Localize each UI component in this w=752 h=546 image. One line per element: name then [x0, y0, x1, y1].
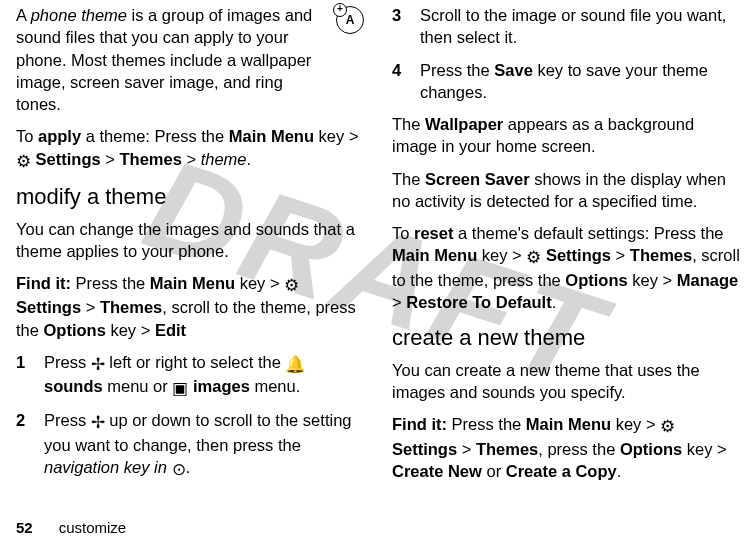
options-key: Options: [565, 271, 627, 289]
main-menu-key: Main Menu: [150, 274, 235, 292]
text: To: [392, 224, 414, 242]
text: left or right to select the: [105, 353, 286, 371]
step-body: Press the Save key to save your theme ch…: [420, 59, 740, 104]
text: Press the: [71, 274, 150, 292]
text: >: [611, 246, 630, 264]
text: >: [182, 150, 201, 168]
save-key: Save: [494, 61, 533, 79]
themes-label: Themes: [100, 298, 162, 316]
images-menu: images: [193, 377, 250, 395]
step-1: 1 Press ✢ left or right to select the 🔔 …: [16, 351, 364, 400]
text: menu or: [103, 377, 173, 395]
create-theme-description: You can create a new theme that uses the…: [392, 359, 740, 404]
settings-icon: ⚙: [284, 274, 299, 296]
text: or: [482, 462, 506, 480]
find-it-label: Find it:: [392, 415, 447, 433]
text: a theme's default settings: Press the: [453, 224, 723, 242]
nav-key-icon: ✢: [91, 411, 105, 433]
image-icon: ▣: [172, 377, 188, 399]
settings-icon: ⚙: [660, 415, 675, 437]
text: a theme: Press the: [81, 127, 229, 145]
center-select-icon: ⊙: [172, 458, 186, 480]
settings-label: Settings: [546, 246, 611, 264]
screensaver-label: Screen Saver: [425, 170, 530, 188]
settings-label: Settings: [36, 150, 101, 168]
themes-label: Themes: [120, 150, 182, 168]
nav-key-icon: ✢: [91, 353, 105, 375]
options-key: Options: [620, 440, 682, 458]
page-number: 52: [16, 519, 33, 536]
step-body: Scroll to the image or sound file you wa…: [420, 4, 740, 49]
main-menu-key: Main Menu: [526, 415, 611, 433]
text: key >: [682, 440, 726, 458]
step-number: 3: [392, 4, 406, 49]
text: >: [101, 150, 120, 168]
text: key >: [611, 415, 660, 433]
reset-paragraph: To reset a theme's default settings: Pre…: [392, 222, 740, 313]
page-content: A phone theme is a group of images and s…: [0, 0, 752, 506]
step-body: Press ✢ left or right to select the 🔔 so…: [44, 351, 364, 400]
text: To: [16, 127, 38, 145]
text: key >: [477, 246, 526, 264]
settings-icon: ⚙: [526, 246, 541, 268]
restore-default-label: Restore To Default: [406, 293, 551, 311]
settings-label: Settings: [16, 298, 81, 316]
step-2: 2 Press ✢ up or down to scroll to the se…: [16, 409, 364, 480]
text: >: [392, 293, 406, 311]
text: >: [81, 298, 100, 316]
text: key >: [106, 321, 155, 339]
text: .: [186, 458, 191, 476]
apply-theme-paragraph: To apply a theme: Press the Main Menu ke…: [16, 125, 364, 172]
find-it-modify: Find it: Press the Main Menu key > ⚙ Set…: [16, 272, 364, 341]
create-copy-label: Create a Copy: [506, 462, 617, 480]
screensaver-paragraph: The Screen Saver shows in the display wh…: [392, 168, 740, 213]
create-theme-heading: create a new theme: [392, 323, 740, 353]
find-it-create: Find it: Press the Main Menu key > ⚙ Set…: [392, 413, 740, 482]
step-number: 2: [16, 409, 30, 480]
text: .: [247, 150, 252, 168]
text: key >: [628, 271, 677, 289]
wallpaper-paragraph: The Wallpaper appears as a background im…: [392, 113, 740, 158]
right-column: 3 Scroll to the image or sound file you …: [392, 4, 740, 506]
settings-label: Settings: [392, 440, 457, 458]
text: Press: [44, 411, 91, 429]
sounds-menu: sounds: [44, 377, 103, 395]
step-number: 1: [16, 351, 30, 400]
manage-label: Manage: [677, 271, 738, 289]
left-column: A phone theme is a group of images and s…: [16, 4, 364, 506]
section-name: customize: [59, 519, 127, 536]
main-menu-key: Main Menu: [229, 127, 314, 145]
intro-paragraph: A phone theme is a group of images and s…: [16, 4, 328, 115]
text: The: [392, 170, 425, 188]
text: .: [552, 293, 557, 311]
text: Press the: [447, 415, 526, 433]
text: >: [457, 440, 476, 458]
text: key >: [235, 274, 284, 292]
text: menu.: [250, 377, 300, 395]
intro-paragraph-row: A phone theme is a group of images and s…: [16, 4, 364, 125]
text: key >: [314, 127, 358, 145]
step-4: 4 Press the Save key to save your theme …: [392, 59, 740, 104]
text: The: [392, 115, 425, 133]
modify-theme-heading: modify a theme: [16, 182, 364, 212]
modify-theme-description: You can change the images and sounds tha…: [16, 218, 364, 263]
reset-word: reset: [414, 224, 453, 242]
wallpaper-label: Wallpaper: [425, 115, 503, 133]
themes-label: Themes: [476, 440, 538, 458]
text: , press the: [538, 440, 620, 458]
settings-icon: ⚙: [16, 150, 31, 172]
text: .: [617, 462, 622, 480]
new-feature-badge-icon: A: [336, 6, 364, 34]
step-number: 4: [392, 59, 406, 104]
text: A: [16, 6, 31, 24]
text: Press: [44, 353, 91, 371]
themes-label: Themes: [630, 246, 692, 264]
options-key: Options: [44, 321, 106, 339]
theme-placeholder: theme: [201, 150, 247, 168]
text: Press the: [420, 61, 494, 79]
step-3: 3 Scroll to the image or sound file you …: [392, 4, 740, 49]
create-new-label: Create New: [392, 462, 482, 480]
phone-theme-term: phone theme: [31, 6, 127, 24]
find-it-label: Find it:: [16, 274, 71, 292]
main-menu-key: Main Menu: [392, 246, 477, 264]
